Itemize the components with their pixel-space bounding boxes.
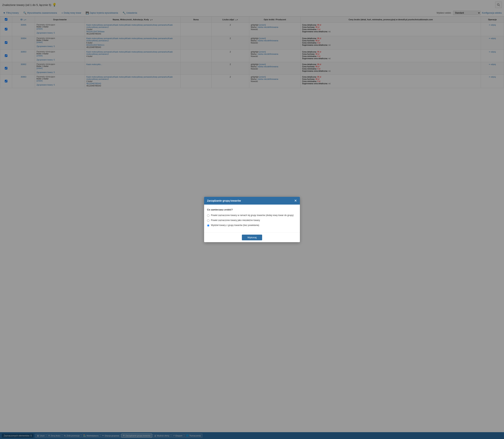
option2-radio[interactable] [207,219,209,222]
option1-radio[interactable] [207,214,209,217]
option1-text: Powiel zaznaczone towary w ramach tej gr… [211,214,294,217]
modal-header: Zarządzanie grupą towarów ✕ [204,197,300,205]
option3-text: Wydziel towary z grupy towarów (bez powi… [211,224,259,227]
option3-label[interactable]: Wydziel towary z grupy towarów (bez powi… [207,224,297,227]
option3-radio[interactable] [207,224,209,227]
option1-label[interactable]: Powiel zaznaczone towary w ramach tej gr… [207,214,297,217]
option2-text: Powiel zaznaczone towary jako niezależne… [211,219,260,221]
modal-footer: Wykonaj [204,232,300,242]
option2-label[interactable]: Powiel zaznaczone towary jako niezależne… [207,219,297,222]
manage-group-modal: Zarządzanie grupą towarów ✕ Co zamierzas… [204,197,300,242]
modal-body: Co zamierzasz zrobić? Powiel zaznaczone … [204,205,300,232]
modal-overlay[interactable]: Zarządzanie grupą towarów ✕ Co zamierzas… [0,0,504,439]
modal-title: Zarządzanie grupą towarów [207,199,241,202]
execute-button[interactable]: Wykonaj [242,235,262,240]
modal-question: Co zamierzasz zrobić? [207,208,297,211]
modal-close-button[interactable]: ✕ [294,199,297,202]
